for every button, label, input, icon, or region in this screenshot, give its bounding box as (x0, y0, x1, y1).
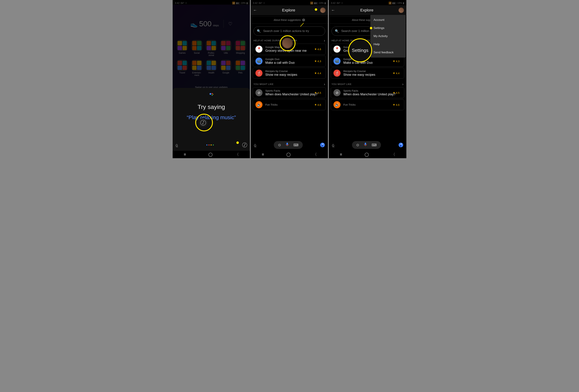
suggestion-card[interactable]: 🍴Recipes by CourseShow me easy recipes★ … (331, 68, 404, 78)
annotation-settings-bubble: Settings (349, 39, 371, 62)
suggested-phrase: “Play relaxing music” (173, 114, 250, 120)
search-input[interactable]: 🔍 Search over 1 million actions to try (253, 26, 325, 36)
card-app-icon: 📹 (255, 58, 263, 65)
annotation-dot (236, 142, 239, 144)
card-rating: ★ 4.6 (393, 103, 399, 106)
card-app-icon: 🔊 (333, 101, 341, 108)
status-bar: 3:4284°⁝⁝ 📶▮▮▯19%▮ (329, 0, 406, 5)
menu-item-send-feedback[interactable]: Send feedback (370, 48, 406, 57)
profile-avatar[interactable] (320, 7, 326, 13)
app-folder[interactable]: Entertain- ment (190, 60, 203, 76)
chevron-right-icon: › (324, 82, 325, 86)
screen-2-explore: 3:4284°⁝⁝ 📶▮▮▯19%▮ ← Explore About these… (251, 0, 328, 158)
card-rating: ★ 4.5 (393, 91, 399, 94)
suggestion-card[interactable]: 🍴Recipes by CourseShow me easy recipes★ … (253, 68, 326, 78)
svg-point-1 (212, 93, 213, 94)
svg-point-2 (212, 95, 213, 96)
card-rating: ★ 4.4 (393, 72, 399, 75)
app-folder[interactable]: Pets (234, 60, 247, 76)
card-app-icon: 📍 (255, 46, 263, 53)
back-button[interactable]: 〈 (313, 152, 317, 157)
card-app-icon: 🍴 (255, 70, 263, 77)
svg-point-3 (213, 94, 214, 95)
svg-point-0 (210, 93, 211, 95)
lens-icon[interactable]: ⊙ (356, 143, 359, 147)
annotation-dot (315, 8, 317, 11)
home-button[interactable]: ◯ (208, 152, 213, 157)
card-rating: ★ 4.5 (314, 91, 321, 94)
menu-item-settings[interactable]: Settings (370, 24, 406, 32)
suggestion-card[interactable]: ⊘Sports FactsWhen does Manchester United… (253, 87, 326, 98)
profile-avatar[interactable] (399, 7, 404, 13)
search-icon: 🔍 (257, 29, 261, 33)
mic-icon[interactable] (286, 143, 289, 148)
card-app-icon: 📍 (333, 46, 341, 53)
about-suggestions-link[interactable]: About these suggestions? (251, 16, 328, 24)
explore-compass-icon[interactable] (399, 143, 403, 147)
suggestion-card[interactable]: ⊘Sports FactsWhen does Manchester United… (331, 87, 404, 98)
annotation-dot (370, 27, 372, 29)
card-rating: ★ 4.4 (314, 72, 321, 75)
home-button[interactable]: ◯ (286, 152, 291, 157)
updates-tray-icon[interactable]: ⌂̲ (332, 143, 334, 147)
app-folder[interactable]: Profes- sional (205, 40, 218, 57)
menu-item-my-activity[interactable]: My Activity (370, 32, 406, 40)
card-rating: ★ 4.3 (314, 60, 321, 63)
home-button[interactable]: ◯ (364, 152, 369, 157)
search-icon: 🔍 (335, 29, 339, 33)
card-app-icon: ⊘ (333, 89, 341, 96)
keyboard-icon[interactable]: ⌨ (371, 143, 377, 147)
try-saying-label: Try saying (173, 103, 250, 110)
recents-button[interactable]: ≡ (340, 152, 342, 157)
assistant-listening-dots[interactable] (206, 145, 214, 146)
explore-compass-icon[interactable] (320, 143, 325, 147)
keyboard-icon[interactable]: ⌨ (293, 143, 298, 147)
back-button[interactable]: 〈 (235, 152, 239, 157)
search-placeholder: Search over 1 million actions to try (263, 29, 309, 33)
svg-rect-8 (365, 143, 366, 145)
screen-3-explore-menu: 3:4284°⁝⁝ 📶▮▮▯19%▮ ← Explore About these… (329, 0, 406, 158)
suggestion-card[interactable]: 🔊Fun Tricks★ 4.6 (331, 99, 404, 110)
app-folder[interactable]: Travel (176, 60, 189, 76)
section-you-might-like[interactable]: YOU MIGHT LIKE› (251, 82, 328, 86)
android-nav-bar: ≡ ◯ 〈 (329, 151, 406, 158)
menu-item-help[interactable]: Help (370, 40, 406, 48)
profile-menu: AccountSettingsMy ActivityHelpSend feedb… (370, 15, 406, 58)
card-app-icon: 🔊 (255, 101, 263, 108)
mic-icon[interactable] (364, 143, 367, 148)
android-nav-bar: ≡ ◯ 〈 (251, 151, 328, 158)
google-assistant-icon (209, 92, 214, 97)
suggestion-card[interactable]: 🔊Fun Tricks★ 4.6 (253, 99, 326, 110)
app-folder[interactable]: Games (176, 40, 189, 57)
card-app-icon: ⊘ (255, 89, 263, 96)
android-nav-bar: ≡ ◯ 〈 (173, 151, 250, 158)
app-folder[interactable]: Shopping (234, 40, 247, 57)
app-folder[interactable]: Google (219, 60, 232, 76)
help-icon: ? (302, 18, 305, 21)
explore-top-bar: ← Explore (329, 5, 406, 15)
card-rating: ★ 4.6 (314, 103, 321, 106)
card-app-icon: 🍴 (333, 70, 341, 77)
screen-1-assistant-prompt: 3:4284°⁝⁝ 📶▮▮▯19%▮ 👟500steps ♡ GamesSoci… (173, 0, 250, 158)
assistant-panel: Try saying “Play relaxing music” ⌂̲ (173, 88, 250, 151)
health-widget: 👟500steps ♡ (190, 20, 232, 28)
assistant-bottom-bar: ⌂̲ ⊙ ⌨ (329, 140, 406, 150)
back-button[interactable]: 〈 (391, 152, 395, 157)
back-icon[interactable]: ← (253, 8, 257, 12)
updates-tray-icon[interactable]: ⌂̲ (254, 143, 256, 147)
menu-item-account[interactable]: Account (370, 16, 406, 24)
updates-tray-icon[interactable]: ⌂̲ (175, 143, 178, 147)
card-app-icon: 📹 (333, 58, 341, 65)
app-folder[interactable]: Health (205, 60, 218, 76)
chevron-right-icon: › (324, 38, 325, 43)
app-folder[interactable]: Social (190, 40, 203, 57)
lens-icon[interactable]: ⊙ (278, 143, 281, 147)
recents-button[interactable]: ≡ (184, 152, 186, 157)
card-rating: ★ 4.3 (393, 60, 399, 63)
app-folder[interactable]: Utils (219, 40, 232, 57)
section-you-might-like[interactable]: YOU MIGHT LIKE› (329, 82, 406, 86)
suggestion-card[interactable]: 📹Google DuoMake a call with Duo★ 4.3 (253, 56, 326, 67)
recents-button[interactable]: ≡ (262, 152, 264, 157)
back-icon[interactable]: ← (331, 8, 335, 12)
explore-compass-icon[interactable] (242, 143, 247, 148)
